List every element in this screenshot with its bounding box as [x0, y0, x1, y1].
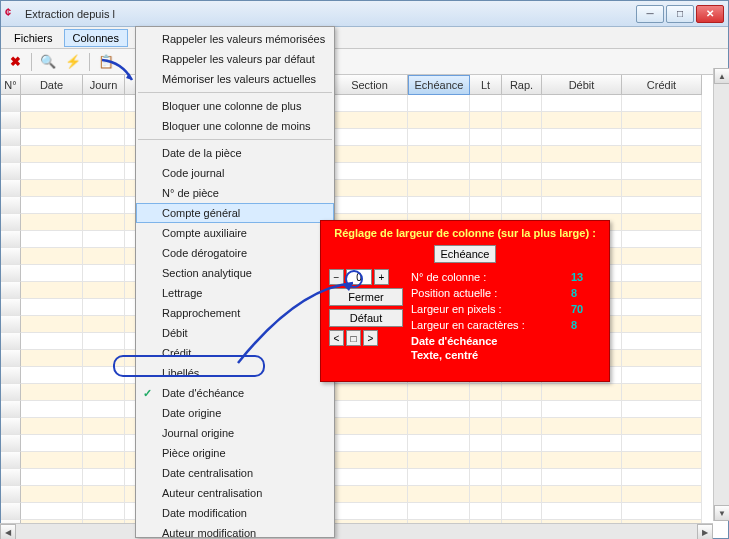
grid-cell[interactable] — [83, 469, 125, 486]
menu-item[interactable]: Code journal — [136, 163, 334, 183]
grid-cell[interactable] — [1, 384, 21, 401]
grid-cell[interactable] — [1, 248, 21, 265]
grid-cell[interactable] — [332, 401, 408, 418]
grid-cell[interactable] — [470, 95, 502, 112]
fermer-button[interactable]: Fermer — [329, 288, 403, 306]
grid-cell[interactable] — [332, 435, 408, 452]
grid-cell[interactable] — [542, 418, 622, 435]
grid-cell[interactable] — [470, 486, 502, 503]
grid-cell[interactable] — [502, 435, 542, 452]
grid-cell[interactable] — [408, 503, 470, 520]
grid-cell[interactable] — [470, 418, 502, 435]
grid-cell[interactable] — [83, 180, 125, 197]
column-header[interactable]: Section — [332, 75, 408, 95]
grid-cell[interactable] — [332, 418, 408, 435]
grid-cell[interactable] — [1, 503, 21, 520]
grid-cell[interactable] — [408, 197, 470, 214]
grid-cell[interactable] — [1, 95, 21, 112]
grid-cell[interactable] — [21, 503, 83, 520]
grid-cell[interactable] — [622, 180, 702, 197]
grid-cell[interactable] — [332, 486, 408, 503]
grid-cell[interactable] — [83, 265, 125, 282]
menu-item[interactable]: N° de pièce — [136, 183, 334, 203]
grid-cell[interactable] — [542, 180, 622, 197]
menu-fichiers[interactable]: Fichiers — [5, 29, 62, 47]
menu-item[interactable]: Date centralisation — [136, 463, 334, 483]
grid-cell[interactable] — [1, 214, 21, 231]
grid-cell[interactable] — [542, 486, 622, 503]
grid-cell[interactable] — [1, 282, 21, 299]
lightning-icon[interactable]: ⚡ — [62, 52, 84, 72]
grid-cell[interactable] — [21, 146, 83, 163]
grid-cell[interactable] — [21, 333, 83, 350]
grid-cell[interactable] — [542, 95, 622, 112]
grid-cell[interactable] — [21, 469, 83, 486]
column-name-button[interactable]: Echéance — [434, 245, 496, 263]
grid-cell[interactable] — [622, 214, 702, 231]
vertical-scrollbar[interactable]: ▲ ▼ — [713, 68, 729, 521]
grid-cell[interactable] — [622, 418, 702, 435]
menu-item[interactable]: Code dérogatoire — [136, 243, 334, 263]
grid-cell[interactable] — [622, 129, 702, 146]
menu-item[interactable]: Pièce origine — [136, 443, 334, 463]
grid-cell[interactable] — [622, 197, 702, 214]
grid-cell[interactable] — [502, 146, 542, 163]
grid-cell[interactable] — [21, 197, 83, 214]
grid-cell[interactable] — [502, 452, 542, 469]
grid-cell[interactable] — [502, 95, 542, 112]
grid-cell[interactable] — [408, 435, 470, 452]
column-header[interactable]: Crédit — [622, 75, 702, 95]
grid-cell[interactable] — [1, 231, 21, 248]
grid-cell[interactable] — [408, 163, 470, 180]
grid-cell[interactable] — [21, 163, 83, 180]
scroll-down-icon[interactable]: ▼ — [714, 505, 729, 521]
column-header[interactable]: N° — [1, 75, 21, 95]
grid-cell[interactable] — [542, 129, 622, 146]
column-header[interactable]: Echéance — [408, 75, 470, 95]
grid-cell[interactable] — [83, 435, 125, 452]
delete-icon[interactable]: ✖ — [4, 52, 26, 72]
grid-cell[interactable] — [542, 112, 622, 129]
spinner-minus-icon[interactable]: − — [329, 269, 344, 285]
grid-cell[interactable] — [83, 316, 125, 333]
menu-item[interactable]: Auteur modification — [136, 523, 334, 539]
menu-item[interactable]: Compte général — [136, 203, 334, 223]
grid-cell[interactable] — [502, 503, 542, 520]
grid-cell[interactable] — [622, 333, 702, 350]
grid-cell[interactable] — [470, 197, 502, 214]
scroll-up-icon[interactable]: ▲ — [714, 68, 729, 84]
grid-cell[interactable] — [21, 265, 83, 282]
prev-icon[interactable]: < — [329, 330, 344, 346]
grid-cell[interactable] — [622, 265, 702, 282]
grid-cell[interactable] — [408, 418, 470, 435]
menu-item[interactable]: Journal origine — [136, 423, 334, 443]
grid-cell[interactable] — [83, 282, 125, 299]
copy-icon[interactable]: 📋 — [95, 52, 117, 72]
stop-icon[interactable]: □ — [346, 330, 361, 346]
grid-cell[interactable] — [83, 452, 125, 469]
grid-cell[interactable] — [622, 503, 702, 520]
defaut-button[interactable]: Défaut — [329, 309, 403, 327]
grid-cell[interactable] — [1, 435, 21, 452]
grid-cell[interactable] — [83, 418, 125, 435]
grid-cell[interactable] — [1, 333, 21, 350]
grid-cell[interactable] — [470, 401, 502, 418]
grid-cell[interactable] — [83, 231, 125, 248]
grid-cell[interactable] — [622, 350, 702, 367]
grid-cell[interactable] — [622, 452, 702, 469]
grid-cell[interactable] — [622, 95, 702, 112]
menu-item[interactable]: Auteur centralisation — [136, 483, 334, 503]
grid-cell[interactable] — [542, 469, 622, 486]
grid-cell[interactable] — [622, 469, 702, 486]
grid-cell[interactable] — [21, 401, 83, 418]
grid-cell[interactable] — [470, 503, 502, 520]
grid-cell[interactable] — [502, 486, 542, 503]
grid-cell[interactable] — [21, 95, 83, 112]
grid-cell[interactable] — [502, 384, 542, 401]
maximize-button[interactable]: □ — [666, 5, 694, 23]
grid-cell[interactable] — [470, 469, 502, 486]
grid-cell[interactable] — [622, 299, 702, 316]
grid-cell[interactable] — [21, 248, 83, 265]
grid-cell[interactable] — [332, 146, 408, 163]
menu-item[interactable]: Crédit — [136, 343, 334, 363]
